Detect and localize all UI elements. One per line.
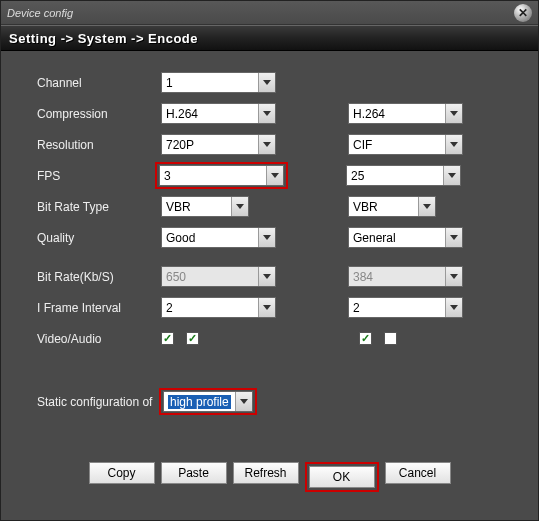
- label-bitrate-type: Bit Rate Type: [37, 200, 161, 214]
- iframe-sub-select[interactable]: 2: [348, 297, 463, 318]
- label-resolution: Resolution: [37, 138, 161, 152]
- chevron-down-icon: [258, 135, 275, 154]
- label-channel: Channel: [37, 76, 161, 90]
- breadcrumb-text: Setting -> System -> Encode: [9, 31, 198, 46]
- window-title: Device config: [7, 7, 514, 19]
- close-icon[interactable]: ✕: [514, 4, 532, 22]
- paste-button[interactable]: Paste: [161, 462, 227, 484]
- chevron-down-icon: [258, 228, 275, 247]
- static-profile-select[interactable]: high profile: [163, 391, 253, 412]
- content-area: Channel 1 Compression H.264 H.264 Resolu…: [1, 51, 538, 431]
- device-config-window: Device config ✕ Setting -> System -> Enc…: [0, 0, 539, 521]
- compression-sub-select[interactable]: H.264: [348, 103, 463, 124]
- iframe-main-select[interactable]: 2: [161, 297, 276, 318]
- fps-highlight: 3: [155, 162, 288, 189]
- label-fps: FPS: [37, 169, 161, 183]
- titlebar: Device config ✕: [1, 1, 538, 25]
- quality-main-select[interactable]: Good: [161, 227, 276, 248]
- chevron-down-icon: [443, 166, 460, 185]
- label-iframe: I Frame Interval: [37, 301, 161, 315]
- chevron-down-icon: [235, 392, 252, 411]
- label-compression: Compression: [37, 107, 161, 121]
- refresh-button[interactable]: Refresh: [233, 462, 299, 484]
- resolution-main-select[interactable]: 720P: [161, 134, 276, 155]
- bitrate-main-select[interactable]: 650: [161, 266, 276, 287]
- chevron-down-icon: [445, 228, 462, 247]
- copy-button[interactable]: Copy: [89, 462, 155, 484]
- label-bitrate: Bit Rate(Kb/S): [37, 270, 161, 284]
- chevron-down-icon: [445, 298, 462, 317]
- chevron-down-icon: [418, 197, 435, 216]
- chevron-down-icon: [445, 267, 462, 286]
- bitrate-type-main-select[interactable]: VBR: [161, 196, 249, 217]
- label-static-conf: Static configuration of: [37, 395, 163, 409]
- video-sub-checkbox[interactable]: [359, 332, 372, 345]
- chevron-down-icon: [258, 73, 275, 92]
- chevron-down-icon: [445, 135, 462, 154]
- bitrate-sub-select[interactable]: 384: [348, 266, 463, 287]
- static-conf-highlight: high profile: [159, 388, 257, 415]
- chevron-down-icon: [258, 298, 275, 317]
- label-quality: Quality: [37, 231, 161, 245]
- chevron-down-icon: [231, 197, 248, 216]
- button-row: Copy Paste Refresh OK Cancel: [1, 462, 538, 492]
- chevron-down-icon: [258, 104, 275, 123]
- video-main-checkbox[interactable]: [161, 332, 174, 345]
- compression-main-select[interactable]: H.264: [161, 103, 276, 124]
- breadcrumb: Setting -> System -> Encode: [1, 25, 538, 51]
- ok-highlight: OK: [305, 462, 379, 492]
- resolution-sub-select[interactable]: CIF: [348, 134, 463, 155]
- fps-sub-select[interactable]: 25: [346, 165, 461, 186]
- chevron-down-icon: [258, 267, 275, 286]
- cancel-button[interactable]: Cancel: [385, 462, 451, 484]
- bitrate-type-sub-select[interactable]: VBR: [348, 196, 436, 217]
- audio-sub-checkbox[interactable]: [384, 332, 397, 345]
- chevron-down-icon: [445, 104, 462, 123]
- audio-main-checkbox[interactable]: [186, 332, 199, 345]
- fps-main-select[interactable]: 3: [159, 165, 284, 186]
- label-video-audio: Video/Audio: [37, 332, 161, 346]
- chevron-down-icon: [266, 166, 283, 185]
- ok-button[interactable]: OK: [309, 466, 375, 488]
- channel-select[interactable]: 1: [161, 72, 276, 93]
- quality-sub-select[interactable]: General: [348, 227, 463, 248]
